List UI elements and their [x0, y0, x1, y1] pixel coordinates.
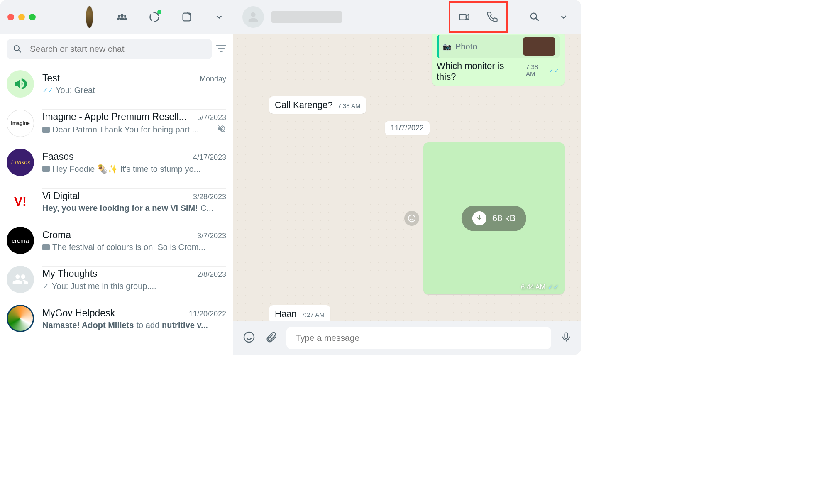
muted-icon [217, 124, 226, 135]
read-ticks-icon: ✓✓ [548, 283, 559, 291]
chat-time: 3/7/2023 [197, 232, 226, 240]
chat-list-item[interactable]: V! Vi Digital3/28/2023 Hey, you were loo… [0, 182, 233, 221]
search-input[interactable] [30, 44, 206, 54]
new-chat-icon[interactable] [181, 11, 193, 23]
chat-time: 2/8/2023 [197, 270, 226, 279]
chat-list-item[interactable]: MyGov Helpdesk11/20/2022 Namaste! Adopt … [0, 299, 233, 338]
chat-list-item[interactable]: croma Croma3/7/2023 The festival of colo… [0, 221, 233, 260]
chat-avatar [7, 305, 34, 332]
chat-list-item[interactable]: Faasos Faasos4/17/2023 Hey Foodie 🌯✨ It'… [0, 143, 233, 182]
message-time: 6:44 AM [521, 284, 545, 291]
outgoing-image-message[interactable]: 68 kB 6:44 AM✓✓ [423, 142, 565, 294]
emoji-button[interactable] [242, 330, 256, 345]
chat-time: 4/17/2023 [193, 153, 226, 162]
photo-icon [42, 244, 50, 250]
chat-list-item[interactable]: TestMonday ✓✓You: Great [0, 64, 233, 103]
message-text: Call Karenge? [275, 100, 332, 110]
photo-thumbnail [523, 37, 555, 56]
search-icon [12, 44, 22, 54]
status-icon[interactable] [148, 11, 161, 23]
svg-point-2 [14, 46, 19, 51]
profile-avatar[interactable] [86, 6, 93, 28]
chat-panel: 📷 Photo Which monitor is this? 7:38 AM✓✓… [233, 0, 581, 355]
chat-list-item[interactable]: My Thoughts2/8/2023 ✓You: Just me in thi… [0, 260, 233, 299]
chat-name: Imagine - Apple Premium Resell... [42, 111, 187, 122]
photo-icon [42, 127, 50, 133]
svg-rect-10 [565, 333, 568, 339]
chat-avatar [7, 266, 34, 293]
chat-time: 3/28/2023 [193, 193, 226, 201]
quoted-photo: 📷 Photo [437, 35, 560, 58]
chat-time: Monday [200, 75, 226, 83]
mic-button[interactable] [560, 331, 572, 345]
outgoing-message[interactable]: 📷 Photo Which monitor is this? 7:38 AM✓✓ [432, 34, 565, 86]
sidebar-header [0, 0, 233, 34]
menu-chevron-icon[interactable] [213, 11, 225, 23]
svg-rect-6 [459, 14, 466, 20]
message-input-box[interactable] [286, 327, 551, 349]
chat-time: 5/7/2023 [197, 113, 226, 122]
svg-point-9 [244, 332, 254, 342]
minimize-window-button[interactable] [18, 14, 25, 20]
chat-name: Croma [42, 230, 71, 241]
chat-preview: Namaste! Adopt Millets [42, 321, 134, 330]
chat-preview: You: Great [56, 86, 95, 95]
call-buttons-highlight [449, 1, 508, 33]
read-ticks-icon: ✓✓ [549, 66, 560, 74]
message-text: Which monitor is this? [437, 61, 522, 82]
chat-name: MyGov Helpdesk [42, 308, 115, 319]
search-row [0, 34, 233, 64]
chat-preview-tail: C... [200, 203, 213, 213]
message-list[interactable]: 📷 Photo Which monitor is this? 7:38 AM✓✓… [233, 34, 581, 321]
download-size: 68 kB [492, 213, 516, 224]
composer [233, 321, 581, 355]
chat-time: 11/20/2022 [189, 310, 226, 318]
close-window-button[interactable] [7, 14, 14, 20]
search-box[interactable] [7, 39, 212, 59]
chat-preview: The festival of colours is on, So is Cro… [52, 242, 205, 252]
chat-avatar: imagine [7, 110, 34, 137]
voice-call-button[interactable] [484, 9, 501, 25]
chat-name: Vi Digital [42, 191, 80, 202]
chat-avatar: Faasos [7, 149, 34, 176]
chat-name: Faasos [42, 151, 73, 162]
filter-icon[interactable] [216, 44, 226, 54]
photo-label: Photo [455, 42, 477, 51]
date-separator: 11/7/2022 [385, 121, 430, 135]
search-in-chat-button[interactable] [526, 9, 543, 25]
message-time: 7:27 AM [302, 311, 325, 318]
video-call-button[interactable] [456, 9, 473, 25]
svg-point-0 [150, 13, 159, 22]
read-ticks-icon: ✓✓ [42, 86, 53, 94]
chat-preview: Hey Foodie 🌯✨ It's time to stump yo... [52, 164, 200, 174]
chat-avatar: V! [7, 188, 34, 215]
sidebar: TestMonday ✓✓You: Great imagine Imagine … [0, 0, 233, 355]
attach-button[interactable] [265, 331, 277, 345]
maximize-window-button[interactable] [29, 14, 36, 20]
message-input[interactable] [296, 333, 542, 343]
svg-point-8 [408, 215, 415, 222]
svg-point-7 [531, 13, 537, 19]
chat-avatar: croma [7, 227, 34, 254]
divider [517, 10, 517, 24]
message-time: 7:38 AM [526, 63, 547, 77]
contact-name-redacted[interactable] [271, 11, 342, 23]
chat-list[interactable]: TestMonday ✓✓You: Great imagine Imagine … [0, 64, 233, 355]
chat-preview: Dear Patron Thank You for being part ... [52, 125, 199, 135]
message-text: Haan [275, 308, 297, 319]
incoming-message[interactable]: Call Karenge? 7:38 AM [269, 96, 565, 114]
chat-preview: Hey, you were looking for a new Vi SIM! [42, 203, 198, 213]
svg-rect-5 [220, 51, 223, 52]
react-button[interactable] [404, 211, 419, 226]
chat-list-item[interactable]: imagine Imagine - Apple Premium Resell..… [0, 103, 233, 143]
download-button[interactable]: 68 kB [462, 206, 526, 231]
chat-menu-button[interactable] [555, 9, 572, 25]
incoming-message[interactable]: Haan 7:27 AM [269, 305, 565, 321]
chat-preview-mid: to add [136, 321, 159, 330]
svg-rect-3 [216, 45, 226, 46]
chat-header [233, 0, 581, 34]
communities-icon[interactable] [116, 11, 128, 23]
chat-preview: You: Just me in this group.... [52, 281, 156, 291]
contact-avatar[interactable] [242, 6, 264, 28]
chat-avatar [7, 70, 34, 98]
